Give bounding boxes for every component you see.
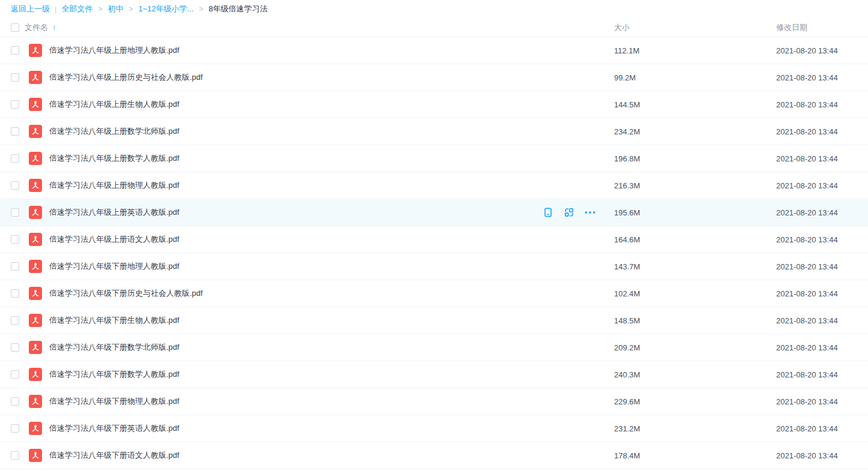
file-name-link[interactable]: 倍速学习法八年级上册数学人教版.pdf bbox=[49, 153, 179, 164]
row-checkbox[interactable] bbox=[11, 235, 19, 244]
file-modified-date: 2021-08-20 13:44 bbox=[776, 235, 868, 244]
pdf-file-icon bbox=[29, 395, 42, 408]
file-size: 195.6M bbox=[614, 208, 776, 217]
table-row[interactable]: 倍速学习法八年级上册物理人教版.pdf bbox=[0, 172, 868, 199]
file-modified-date: 2021-08-20 13:44 bbox=[776, 370, 868, 379]
table-row[interactable]: 倍速学习法八年级下册生物人教版.pdf bbox=[0, 307, 868, 334]
sort-ascending-icon[interactable]: ↑ bbox=[52, 23, 56, 32]
select-all-checkbox[interactable] bbox=[11, 23, 19, 32]
table-row[interactable]: 倍速学习法八年级下册历史与社会人教版.pdf bbox=[0, 280, 868, 307]
table-row[interactable]: 倍速学习法八年级上册地理人教版.pdf bbox=[0, 37, 868, 64]
breadcrumb-back-link[interactable]: 返回上一级 bbox=[11, 4, 50, 14]
table-row[interactable]: 倍速学习法八年级下册物理人教版.pdf bbox=[0, 388, 868, 415]
table-row[interactable]: 倍速学习法八年级下册英语人教版.pdf bbox=[0, 415, 868, 442]
table-row[interactable]: 倍速学习法八年级下册地理人教版.pdf bbox=[0, 253, 868, 280]
file-size: 231.2M bbox=[614, 424, 776, 433]
file-size: 234.2M bbox=[614, 127, 776, 136]
row-checkbox[interactable] bbox=[11, 208, 19, 217]
file-modified-date: 2021-08-20 13:44 bbox=[776, 181, 868, 190]
file-name-link[interactable]: 倍速学习法八年级下册物理人教版.pdf bbox=[49, 396, 179, 407]
row-checkbox[interactable] bbox=[11, 289, 19, 298]
breadcrumb-current-folder: 8年级倍速学习法 bbox=[209, 4, 268, 14]
pdf-file-icon bbox=[29, 206, 42, 219]
file-name-link[interactable]: 倍速学习法八年级下册语文人教版.pdf bbox=[49, 450, 179, 461]
row-checkbox[interactable] bbox=[11, 370, 19, 379]
file-size: 164.6M bbox=[614, 235, 776, 244]
breadcrumb-pipe-separator: | bbox=[55, 5, 56, 14]
file-size: 143.7M bbox=[614, 262, 776, 271]
row-hover-actions bbox=[542, 206, 596, 218]
pdf-file-icon bbox=[29, 44, 42, 57]
file-name-link[interactable]: 倍速学习法八年级下册数学北师版.pdf bbox=[49, 342, 179, 353]
row-checkbox[interactable] bbox=[11, 316, 19, 325]
breadcrumb-item-grades-folder[interactable]: 1~12年级小学... bbox=[138, 4, 193, 14]
file-modified-date: 2021-08-20 13:44 bbox=[776, 316, 868, 325]
file-name-link[interactable]: 倍速学习法八年级上册地理人教版.pdf bbox=[49, 45, 179, 56]
pdf-file-icon bbox=[29, 314, 42, 327]
file-size: 240.3M bbox=[614, 370, 776, 379]
file-size: 112.1M bbox=[614, 46, 776, 55]
row-checkbox[interactable] bbox=[11, 46, 19, 55]
file-name-link[interactable]: 倍速学习法八年级下册生物人教版.pdf bbox=[49, 315, 179, 326]
file-name-link[interactable]: 倍速学习法八年级上册生物人教版.pdf bbox=[49, 99, 179, 110]
pdf-file-icon bbox=[29, 98, 42, 111]
file-modified-date: 2021-08-20 13:44 bbox=[776, 208, 868, 217]
pdf-file-icon bbox=[29, 179, 42, 192]
download-to-phone-icon[interactable] bbox=[542, 206, 554, 218]
column-header-size: 大小 bbox=[614, 22, 776, 33]
file-size: 216.3M bbox=[614, 181, 776, 190]
pdf-file-icon bbox=[29, 341, 42, 354]
file-size: 102.4M bbox=[614, 289, 776, 298]
row-checkbox[interactable] bbox=[11, 181, 19, 190]
file-modified-date: 2021-08-20 13:44 bbox=[776, 154, 868, 163]
file-name-link[interactable]: 倍速学习法八年级上册物理人教版.pdf bbox=[49, 180, 179, 191]
column-header-modified-date: 修改日期 bbox=[776, 22, 868, 33]
breadcrumb-item-all-files[interactable]: 全部文件 bbox=[61, 4, 92, 14]
row-checkbox[interactable] bbox=[11, 154, 19, 163]
file-name-link[interactable]: 倍速学习法八年级下册英语人教版.pdf bbox=[49, 423, 179, 434]
row-checkbox[interactable] bbox=[11, 451, 19, 460]
row-checkbox[interactable] bbox=[11, 73, 19, 82]
file-size: 148.5M bbox=[614, 316, 776, 325]
row-checkbox[interactable] bbox=[11, 397, 19, 406]
row-checkbox[interactable] bbox=[11, 262, 19, 271]
table-row[interactable]: 倍速学习法八年级上册历史与社会人教版.pdf bbox=[0, 64, 868, 91]
transfer-icon[interactable] bbox=[563, 206, 575, 218]
file-name-link[interactable]: 倍速学习法八年级上册英语人教版.pdf bbox=[49, 207, 179, 218]
row-checkbox[interactable] bbox=[11, 343, 19, 352]
file-modified-date: 2021-08-20 13:44 bbox=[776, 127, 868, 136]
table-row[interactable]: 倍速学习法八年级下册数学人教版.pdf bbox=[0, 361, 868, 388]
file-modified-date: 2021-08-20 13:44 bbox=[776, 46, 868, 55]
file-name-link[interactable]: 倍速学习法八年级下册历史与社会人教版.pdf bbox=[49, 288, 203, 299]
table-row[interactable]: 倍速学习法八年级下册语文人教版.pdf bbox=[0, 442, 868, 469]
table-row[interactable]: 倍速学习法八年级上册数学北师版.pdf bbox=[0, 118, 868, 145]
row-checkbox[interactable] bbox=[11, 127, 19, 136]
breadcrumb-chevron-icon: > bbox=[98, 5, 102, 13]
file-name-link[interactable]: 倍速学习法八年级上册数学北师版.pdf bbox=[49, 126, 179, 137]
file-name-link[interactable]: 倍速学习法八年级上册历史与社会人教版.pdf bbox=[49, 72, 203, 83]
file-modified-date: 2021-08-20 13:44 bbox=[776, 424, 868, 433]
file-modified-date: 2021-08-20 13:44 bbox=[776, 73, 868, 82]
table-row[interactable]: 倍速学习法八年级上册数学人教版.pdf bbox=[0, 145, 868, 172]
row-checkbox[interactable] bbox=[11, 424, 19, 433]
breadcrumb-item-junior-high[interactable]: 初中 bbox=[107, 4, 123, 14]
file-name-link[interactable]: 倍速学习法八年级下册地理人教版.pdf bbox=[49, 261, 179, 272]
pdf-file-icon bbox=[29, 260, 42, 273]
breadcrumb: 返回上一级 | 全部文件 > 初中 > 1~12年级小学... > 8年级倍速学… bbox=[0, 0, 868, 18]
file-name-link[interactable]: 倍速学习法八年级下册数学人教版.pdf bbox=[49, 369, 179, 380]
file-list-header: 文件名 ↑ 大小 修改日期 bbox=[0, 18, 868, 37]
breadcrumb-chevron-icon: > bbox=[128, 5, 133, 13]
row-checkbox[interactable] bbox=[11, 100, 19, 109]
file-name-link[interactable]: 倍速学习法八年级上册语文人教版.pdf bbox=[49, 234, 179, 245]
table-row[interactable]: 倍速学习法八年级上册生物人教版.pdf bbox=[0, 91, 868, 118]
file-size: 196.8M bbox=[614, 154, 776, 163]
file-modified-date: 2021-08-20 13:44 bbox=[776, 343, 868, 352]
table-row[interactable]: 倍速学习法八年级上册语文人教版.pdf bbox=[0, 226, 868, 253]
table-row[interactable]: 倍速学习法八年级上册英语人教版.pdf bbox=[0, 199, 868, 226]
pdf-file-icon bbox=[29, 125, 42, 138]
column-header-filename[interactable]: 文件名 bbox=[25, 22, 48, 33]
pdf-file-icon bbox=[29, 287, 42, 300]
pdf-file-icon bbox=[29, 449, 42, 462]
more-actions-icon[interactable] bbox=[584, 206, 596, 218]
table-row[interactable]: 倍速学习法八年级下册数学北师版.pdf bbox=[0, 334, 868, 361]
